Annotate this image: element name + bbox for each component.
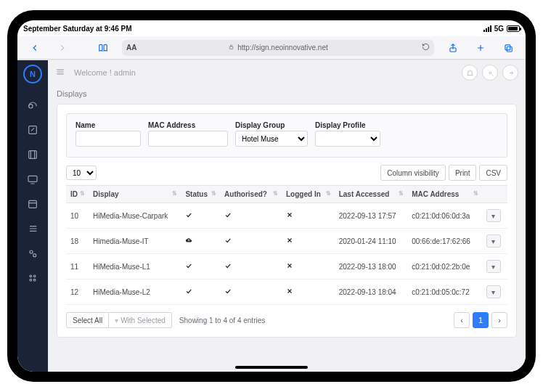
print-button[interactable]: Print: [449, 165, 477, 181]
page-next-button[interactable]: ›: [491, 312, 507, 328]
cell-auth: [220, 229, 282, 254]
book-icon[interactable]: [90, 39, 116, 57]
logout-icon[interactable]: [502, 65, 518, 81]
cell-last: 2020-01-24 11:10: [335, 229, 408, 254]
table-row[interactable]: 12HiMedia-Muse-L22022-09-13 18:04c0:21:0…: [66, 279, 507, 305]
check-icon: [185, 211, 192, 219]
sidebar-modules-icon[interactable]: [27, 272, 38, 284]
filter-profile-label: Display Profile: [315, 121, 380, 129]
table-row[interactable]: 10HiMedia-Muse-Carpark2022-09-13 17:57c0…: [66, 203, 507, 229]
svg-rect-11: [28, 176, 37, 181]
sidebar-display-icon[interactable]: [27, 173, 38, 185]
sidebar-calendar-icon[interactable]: [27, 198, 38, 210]
svg-point-20: [30, 275, 32, 277]
row-actions-button[interactable]: ▾: [486, 209, 501, 222]
cell-id: 18: [66, 229, 89, 254]
network-label: 5G: [494, 25, 504, 33]
tabs-icon[interactable]: [495, 39, 521, 57]
filter-group-select[interactable]: Hotel Muse: [235, 131, 308, 147]
col-logged[interactable]: Logged In⇅: [282, 186, 335, 203]
svg-line-28: [491, 74, 493, 75]
page-prev-button[interactable]: ‹: [454, 312, 470, 328]
table-row[interactable]: 18Himedia-Muse-IT2020-01-24 11:1000:66:d…: [66, 229, 507, 254]
filter-mac-label: MAC Address: [148, 121, 228, 129]
battery-icon: [507, 25, 520, 32]
reload-icon[interactable]: [422, 43, 430, 52]
filter-name-input[interactable]: [75, 131, 141, 147]
column-visibility-button[interactable]: Column visibility: [380, 165, 446, 181]
with-selected-button[interactable]: ▾ With Selected: [109, 312, 172, 328]
page-size-select[interactable]: 10: [66, 166, 97, 180]
toolbar: 10 Column visibility Print CSV: [66, 165, 507, 181]
sidebar-settings-icon[interactable]: [27, 248, 38, 259]
new-tab-icon[interactable]: [468, 39, 494, 57]
nav-forward-button[interactable]: [49, 39, 75, 57]
x-icon: [286, 211, 293, 219]
sidebar-media-icon[interactable]: [27, 149, 38, 160]
check-icon: [224, 287, 232, 295]
cell-status: [181, 203, 220, 229]
row-actions-button[interactable]: ▾: [486, 285, 501, 298]
col-last[interactable]: Last Accessed⇅: [335, 186, 408, 203]
select-all-button[interactable]: Select All: [66, 312, 109, 328]
notifications-icon[interactable]: [462, 65, 478, 81]
share-icon[interactable]: [440, 39, 466, 57]
cell-display: HiMedia-Muse-Carpark: [89, 203, 181, 229]
check-icon: [185, 287, 192, 295]
cell-id: 12: [66, 279, 89, 305]
row-actions-button[interactable]: ▾: [486, 234, 501, 248]
sidebar-dashboard-icon[interactable]: [27, 99, 38, 111]
cell-status: [181, 279, 220, 305]
cell-mac: c0:21:0d:05:0c:72: [407, 279, 481, 305]
cell-id: 11: [66, 254, 89, 279]
col-auth[interactable]: Authorised?⇅: [220, 186, 282, 203]
check-icon: [224, 237, 232, 244]
url-bar[interactable]: AA http://sign.neoinnovative.net: [122, 40, 434, 56]
nav-back-button[interactable]: [22, 39, 48, 57]
svg-rect-4: [505, 44, 510, 49]
lock-icon: [228, 44, 234, 52]
logo[interactable]: N: [20, 61, 46, 88]
svg-point-21: [33, 275, 36, 277]
home-indicator[interactable]: [235, 366, 308, 369]
table-row[interactable]: 11HiMedia-Muse-L12022-09-13 18:00c0:21:0…: [66, 254, 507, 279]
col-status[interactable]: Status⇅: [181, 186, 220, 203]
sidebar-edit-icon[interactable]: [27, 124, 38, 136]
cell-status: [181, 254, 220, 279]
menu-icon[interactable]: [55, 67, 65, 78]
filter-mac-input[interactable]: [148, 131, 228, 147]
col-id[interactable]: ID⇅: [66, 186, 89, 203]
col-mac[interactable]: MAC Address⇅: [407, 186, 481, 203]
text-size-icon[interactable]: AA: [126, 44, 136, 52]
check-icon: [185, 262, 192, 269]
svg-rect-0: [229, 46, 233, 49]
topbar: Welcome ! admin: [48, 60, 526, 85]
filter-group-label: Display Group: [235, 121, 308, 129]
cell-id: 10: [66, 203, 89, 229]
pagination: ‹ 1 ›: [454, 312, 507, 328]
cell-logged: [282, 203, 335, 229]
check-icon: [224, 262, 232, 269]
table-footer: Select All ▾ With Selected Showing 1 to …: [66, 312, 507, 328]
col-display[interactable]: Display⇅: [89, 186, 181, 203]
cell-mac: c0:21:0d:06:0d:3a: [407, 203, 481, 229]
status-right: 5G: [483, 25, 520, 33]
cell-status: [181, 229, 220, 254]
svg-point-19: [33, 254, 36, 257]
svg-point-23: [33, 279, 36, 281]
help-icon[interactable]: [482, 65, 498, 81]
csv-button[interactable]: CSV: [479, 165, 507, 181]
svg-rect-8: [29, 151, 37, 159]
status-bar: September Saturday at 9:46 PM 5G: [17, 20, 526, 36]
cell-auth: [220, 254, 282, 279]
filter-profile-select[interactable]: [315, 131, 380, 147]
cell-last: 2022-09-13 17:57: [335, 203, 408, 229]
page-1-button[interactable]: 1: [473, 312, 489, 328]
cell-auth: [220, 279, 282, 305]
cell-mac: c0:21:0d:02:2b:0e: [407, 254, 481, 279]
row-actions-button[interactable]: ▾: [486, 260, 501, 273]
sidebar-list-icon[interactable]: [27, 223, 38, 234]
page-title: Displays: [48, 85, 526, 104]
sidebar: N: [17, 60, 48, 372]
data-table: ID⇅ Display⇅ Status⇅ Authorised?⇅ Logged…: [66, 185, 507, 305]
